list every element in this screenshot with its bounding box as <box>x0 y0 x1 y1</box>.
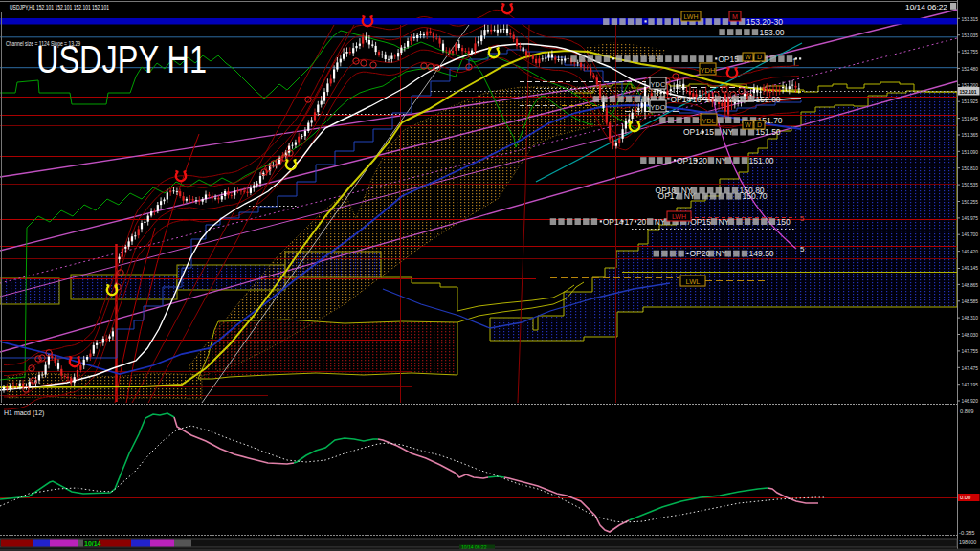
svg-text:YDH: YDH <box>701 66 716 75</box>
svg-text:OP14: OP14 <box>670 95 691 104</box>
svg-text:10/14 06:22: 10/14 06:22 <box>905 3 947 11</box>
svg-text:W: W <box>745 121 751 128</box>
svg-text:151.365: 151.365 <box>962 131 979 138</box>
svg-text:H1 macd (12): H1 macd (12) <box>4 409 44 417</box>
svg-text:152.480: 152.480 <box>962 65 979 72</box>
svg-text:153.035: 153.035 <box>962 32 979 38</box>
svg-text:149.975: 149.975 <box>962 214 979 221</box>
svg-text:LWL: LWL <box>686 277 701 286</box>
svg-text:151.090: 151.090 <box>962 148 979 155</box>
svg-text:153.00: 153.00 <box>760 28 785 37</box>
svg-text:YDC: YDC <box>651 80 666 89</box>
svg-text:OP15: OP15 <box>677 156 698 165</box>
svg-text:M: M <box>732 13 738 20</box>
svg-text:0.00: 0.00 <box>960 495 970 500</box>
svg-text:150.70: 150.70 <box>743 191 768 201</box>
svg-text:OP14: OP14 <box>603 217 624 227</box>
svg-text:10/14: 10/14 <box>84 540 101 547</box>
svg-text:150.535: 150.535 <box>962 181 979 187</box>
svg-text:198000: 198000 <box>959 540 976 545</box>
svg-text:149.420: 149.420 <box>962 248 979 254</box>
svg-text:5: 5 <box>800 214 805 223</box>
svg-text:147.475: 147.475 <box>962 364 979 371</box>
svg-text:YDL: YDL <box>702 117 716 125</box>
svg-text:OP17: OP17 <box>658 191 679 201</box>
svg-text:153.20-30: 153.20-30 <box>746 17 784 27</box>
svg-text:151.925: 151.925 <box>962 98 979 104</box>
svg-text:17: 17 <box>705 95 715 104</box>
svg-text:↑: ↑ <box>791 55 797 68</box>
svg-text:147.195: 147.195 <box>962 381 979 387</box>
svg-text:20: 20 <box>637 217 647 227</box>
svg-text:OP15: OP15 <box>718 55 739 64</box>
svg-text:146.920: 146.920 <box>962 397 979 404</box>
svg-text:150.810: 150.810 <box>962 165 979 171</box>
svg-text:OP20: OP20 <box>689 249 710 258</box>
svg-text:148.030: 148.030 <box>962 331 979 338</box>
svg-text:USDJPY H1: USDJPY H1 <box>36 37 207 81</box>
svg-text:149.50: 149.50 <box>749 249 774 258</box>
svg-text:148.310: 148.310 <box>962 314 979 320</box>
svg-text:149.145: 149.145 <box>962 264 979 271</box>
svg-text:5: 5 <box>800 245 805 253</box>
svg-text:151.00: 151.00 <box>749 156 774 165</box>
svg-text:D: D <box>757 54 762 60</box>
svg-text:149.700: 149.700 <box>962 231 979 237</box>
svg-text:OP14: OP14 <box>683 127 704 137</box>
svg-text:USDJPY,H1 152.101 152.101 152: USDJPY,H1 152.101 152.101 152.101 152.10… <box>10 4 109 11</box>
svg-text:148.585: 148.585 <box>962 298 979 304</box>
svg-text:151.645: 151.645 <box>962 115 979 121</box>
svg-text:152.00: 152.00 <box>756 95 781 104</box>
svg-text:LWH: LWH <box>683 13 698 20</box>
svg-text:0.809: 0.809 <box>960 408 974 414</box>
svg-text:-0.385: -0.385 <box>959 530 974 536</box>
svg-text:150: 150 <box>777 217 791 227</box>
svg-text:LWH: LWH <box>672 213 686 220</box>
svg-text:150.255: 150.255 <box>962 198 979 205</box>
svg-text:153.315: 153.315 <box>962 15 979 22</box>
svg-text:YDO: YDO <box>650 103 665 112</box>
svg-text:20: 20 <box>699 156 708 165</box>
svg-text:D: D <box>757 121 762 128</box>
svg-text:16: 16 <box>692 95 702 104</box>
svg-text:152.101: 152.101 <box>960 88 977 95</box>
svg-text:17: 17 <box>624 217 634 227</box>
svg-text:15: 15 <box>705 127 715 137</box>
svg-text:148.865: 148.865 <box>962 281 979 288</box>
svg-text:147.755: 147.755 <box>962 347 979 354</box>
svg-text:W: W <box>745 54 751 60</box>
svg-text:152.755: 152.755 <box>962 48 979 55</box>
